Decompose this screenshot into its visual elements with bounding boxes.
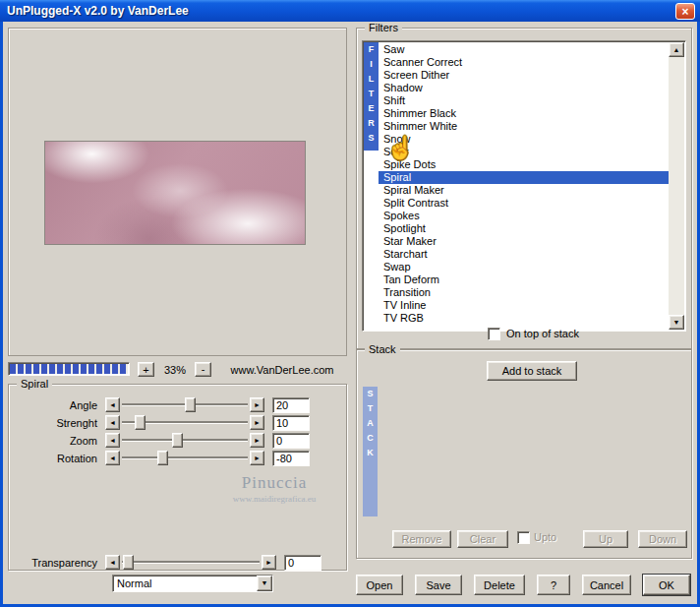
slider-thumb[interactable] bbox=[185, 397, 196, 412]
param-label: Transparency bbox=[15, 557, 105, 569]
clear-button[interactable]: Clear bbox=[457, 530, 508, 548]
slider-track[interactable] bbox=[122, 397, 248, 412]
progress-bar bbox=[8, 362, 130, 376]
param-value-input[interactable] bbox=[272, 415, 310, 431]
slider-thumb[interactable] bbox=[157, 451, 168, 465]
title-bar[interactable]: UnPlugged-X v2.0 by VanDerLee × bbox=[0, 0, 700, 22]
param-value-input[interactable] bbox=[284, 555, 321, 571]
filter-list-scrollbar[interactable]: ▲ ▼ bbox=[669, 42, 684, 330]
filter-list-item[interactable]: Shadow bbox=[379, 82, 669, 94]
filter-list-item[interactable]: Screen Dither bbox=[379, 69, 669, 82]
slider-decrement-button[interactable]: ◄ bbox=[105, 451, 120, 465]
filter-list-item[interactable]: Tan Deform bbox=[379, 273, 669, 286]
filter-list-item[interactable]: Spike Dots bbox=[379, 158, 669, 171]
filter-list: SawScanner CorrectScreen DitherShadowShi… bbox=[379, 43, 669, 330]
filter-list-item[interactable]: Transition bbox=[379, 286, 669, 299]
filter-list-item[interactable]: Shimmer White bbox=[379, 120, 669, 133]
param-label: Angle bbox=[15, 399, 105, 411]
watermark-name: Pinuccia bbox=[201, 473, 348, 493]
watermark-url: www.maidiregrafica.eu bbox=[201, 494, 348, 504]
blend-mode-value: Normal bbox=[117, 577, 151, 590]
filters-group: Filters FILTERS SawScanner CorrectScreen… bbox=[356, 28, 692, 349]
param-value-input[interactable] bbox=[272, 397, 310, 413]
scrollbar-thumb[interactable] bbox=[669, 241, 684, 286]
preview-panel bbox=[8, 28, 347, 356]
slider-decrement-button[interactable]: ◄ bbox=[105, 555, 120, 570]
save-button[interactable]: Save bbox=[415, 575, 462, 595]
filter-list-item[interactable]: Spiral Maker bbox=[379, 184, 669, 197]
pointer-hand-icon: ☝ bbox=[386, 135, 415, 161]
filter-list-item[interactable]: Swap bbox=[379, 261, 669, 273]
scroll-down-button[interactable]: ▼ bbox=[669, 315, 684, 330]
blend-mode-dropdown[interactable]: Normal ▼ bbox=[112, 575, 273, 592]
slider-track[interactable] bbox=[122, 451, 248, 465]
slider-decrement-button[interactable]: ◄ bbox=[105, 397, 120, 412]
upto-label: Upto bbox=[534, 531, 556, 544]
slider-track[interactable] bbox=[122, 555, 260, 570]
slider-increment-button[interactable]: ► bbox=[250, 451, 264, 465]
remove-button[interactable]: Remove bbox=[392, 530, 451, 548]
filters-strip: FILTERS bbox=[364, 42, 379, 151]
filter-list-item[interactable]: Saw bbox=[379, 43, 669, 56]
filter-list-item[interactable]: Solar bbox=[379, 146, 669, 158]
down-button[interactable]: Down bbox=[638, 530, 687, 548]
up-button[interactable]: Up bbox=[583, 530, 628, 548]
transparency-row-host: Transparency◄► bbox=[15, 554, 348, 572]
help-button[interactable]: ? bbox=[537, 575, 570, 595]
vendor-website: www.VanDerLee.com bbox=[218, 364, 346, 376]
filter-list-item[interactable]: Spotlight bbox=[379, 222, 669, 235]
progress-bar-fill bbox=[10, 364, 128, 374]
dropdown-arrow-button[interactable]: ▼ bbox=[257, 576, 272, 591]
arrow-up-icon: ▲ bbox=[673, 46, 680, 53]
slider-decrement-button[interactable]: ◄ bbox=[105, 415, 120, 430]
delete-button[interactable]: Delete bbox=[474, 575, 525, 595]
ok-button[interactable]: OK bbox=[643, 575, 690, 595]
filter-list-item[interactable]: Spokes bbox=[379, 210, 669, 222]
slider-track[interactable] bbox=[122, 415, 248, 430]
filter-list-item[interactable]: Spiral bbox=[379, 171, 669, 184]
filter-list-box: FILTERS SawScanner CorrectScreen DitherS… bbox=[362, 40, 686, 332]
filter-list-item[interactable]: Star Maker bbox=[379, 235, 669, 248]
zoom-in-button[interactable]: + bbox=[138, 362, 154, 377]
close-button[interactable]: × bbox=[675, 3, 695, 20]
on-top-checkbox[interactable] bbox=[488, 328, 500, 340]
window-title: UnPlugged-X v2.0 by VanDerLee bbox=[0, 4, 189, 18]
arrow-down-icon: ▼ bbox=[673, 319, 680, 326]
scroll-up-button[interactable]: ▲ bbox=[669, 42, 684, 57]
add-to-stack-button[interactable]: Add to stack bbox=[487, 361, 577, 381]
cancel-button[interactable]: Cancel bbox=[582, 575, 631, 595]
upto-checkbox[interactable] bbox=[517, 531, 530, 544]
filter-list-item[interactable]: Scanner Correct bbox=[379, 56, 669, 69]
chevron-down-icon: ▼ bbox=[262, 579, 268, 586]
param-value-input[interactable] bbox=[272, 433, 310, 449]
preview-image[interactable] bbox=[44, 141, 306, 245]
slider-thumb[interactable] bbox=[172, 433, 183, 448]
spiral-group: Spiral Angle◄►Strenght◄►Zoom◄►Rotation◄►… bbox=[8, 384, 347, 571]
stack-group: Stack Add to stack STACK Remove Clear Up… bbox=[356, 349, 692, 559]
filter-list-item[interactable]: Starchart bbox=[379, 248, 669, 261]
close-icon: × bbox=[681, 5, 688, 19]
filter-list-item[interactable]: Shimmer Black bbox=[379, 107, 669, 120]
param-label: Zoom bbox=[15, 435, 105, 447]
slider-thumb[interactable] bbox=[123, 555, 134, 570]
slider-increment-button[interactable]: ► bbox=[250, 433, 264, 448]
filter-list-item[interactable]: TV Inline bbox=[379, 299, 669, 312]
filter-list-item[interactable]: TV RGB bbox=[379, 312, 669, 325]
slider-track[interactable] bbox=[122, 433, 248, 448]
slider-decrement-button[interactable]: ◄ bbox=[105, 433, 120, 448]
slider-increment-button[interactable]: ► bbox=[250, 397, 264, 412]
param-value-input[interactable] bbox=[272, 451, 310, 466]
stack-strip: STACK bbox=[363, 387, 378, 516]
filter-list-item[interactable]: Split Contrast bbox=[379, 197, 669, 210]
slider-increment-button[interactable]: ► bbox=[262, 555, 276, 570]
filter-list-item[interactable]: Shift bbox=[379, 94, 669, 107]
slider-thumb[interactable] bbox=[135, 415, 146, 430]
zoom-out-button[interactable]: - bbox=[195, 362, 211, 377]
filter-list-item[interactable]: Snow bbox=[379, 133, 669, 146]
filters-group-label: Filters bbox=[365, 22, 402, 33]
unplugged-x-window: UnPlugged-X v2.0 by VanDerLee × + 33% - … bbox=[0, 0, 700, 607]
slider-increment-button[interactable]: ► bbox=[250, 415, 264, 430]
stack-group-label: Stack bbox=[365, 343, 400, 355]
param-rows: Angle◄►Strenght◄►Zoom◄►Rotation◄► bbox=[15, 396, 342, 467]
open-button[interactable]: Open bbox=[356, 575, 403, 595]
